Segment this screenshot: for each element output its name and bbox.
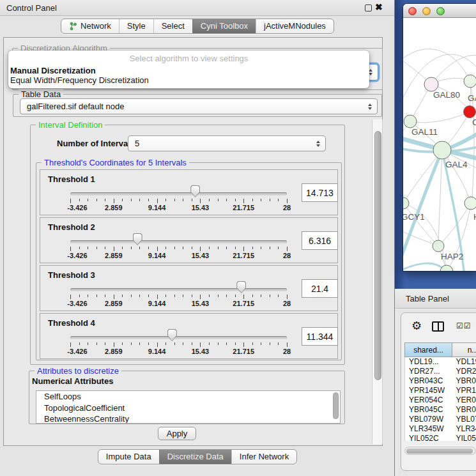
- tab-jactivemnodules[interactable]: jActiveMNodules: [256, 19, 334, 33]
- table-row[interactable]: YPR145WYPR14: [405, 386, 476, 395]
- gear-icon[interactable]: ⚙: [411, 319, 422, 333]
- table-cell-shared-name[interactable]: YER054C: [405, 395, 452, 405]
- tick-mark: [122, 247, 123, 249]
- threshold-slider-track[interactable]: [70, 240, 287, 243]
- tick-mark: [114, 295, 114, 299]
- table-panel-titlebar: Table Panel: [395, 289, 476, 309]
- table-row[interactable]: YIL052CYIL05: [405, 434, 476, 441]
- table-cell-shared-name[interactable]: YIL052C: [405, 434, 452, 441]
- close-traffic-light-icon[interactable]: [408, 7, 417, 15]
- threshold-value-field[interactable]: 11.344: [302, 327, 338, 346]
- table-cell-shared-name[interactable]: YPR145W: [405, 386, 452, 395]
- number-of-intervals-combobox[interactable]: 5: [128, 135, 326, 151]
- table-cell-name[interactable]: YIL05: [452, 434, 476, 441]
- tab-impute-data[interactable]: Impute Data: [98, 450, 159, 464]
- table-row[interactable]: YLR345WYLR34: [405, 424, 476, 434]
- minimize-traffic-light-icon[interactable]: [422, 7, 431, 15]
- columns-icon[interactable]: [432, 321, 444, 332]
- attributes-list-scrollbar[interactable]: [333, 392, 339, 422]
- table-cell-name[interactable]: YBR04: [452, 405, 476, 415]
- threshold-value-field[interactable]: 21.4: [302, 279, 338, 298]
- attribute-list-item[interactable]: SelfLoops: [36, 391, 340, 403]
- tab-cyni-toolbox[interactable]: Cyni Toolbox: [192, 19, 256, 33]
- zoom-traffic-light-icon[interactable]: [436, 7, 445, 15]
- tick-mark: [131, 342, 132, 345]
- attribute-list-item[interactable]: TopologicalCoefficient: [36, 403, 340, 414]
- algorithm-placeholder-item[interactable]: Select algorithm to view settings: [8, 54, 369, 65]
- algorithm-option[interactable]: Equal Width/Frequency Discretization: [8, 75, 369, 84]
- table-cell-name[interactable]: YLR34: [452, 424, 476, 434]
- network-node[interactable]: [440, 265, 453, 271]
- threshold-slider-thumb[interactable]: [190, 185, 200, 197]
- float-window-icon[interactable]: [365, 4, 372, 12]
- network-node[interactable]: [433, 240, 444, 252]
- threshold-slider-thumb[interactable]: [133, 233, 142, 245]
- threshold-value-field[interactable]: 14.713: [302, 183, 338, 202]
- tick-label: 2.859: [105, 300, 123, 307]
- table-cell-shared-name[interactable]: YBR043C: [405, 376, 452, 386]
- table-cell-shared-name[interactable]: YBR045C: [405, 405, 452, 415]
- tick-mark: [79, 295, 80, 297]
- table-row[interactable]: YDR27...YDR27: [405, 367, 476, 376]
- table-cell-name[interactable]: YDL19: [452, 357, 476, 367]
- table-cell-name[interactable]: YER05: [452, 395, 476, 405]
- network-node[interactable]: [404, 115, 417, 128]
- tab-style[interactable]: Style: [119, 19, 153, 33]
- network-node[interactable]: [464, 75, 476, 88]
- network-node[interactable]: [464, 197, 476, 210]
- table-data-combobox[interactable]: galFiltered.sif default node: [20, 98, 378, 114]
- tab-discretize-data[interactable]: Discretize Data: [159, 450, 231, 464]
- settings-scrollbar[interactable]: [372, 119, 383, 444]
- tick-mark: [218, 199, 219, 201]
- tick-mark: [209, 295, 210, 297]
- table-cell-name[interactable]: YBL07: [452, 415, 476, 424]
- tab-infer-network[interactable]: Infer Network: [231, 450, 296, 464]
- network-node[interactable]: [464, 106, 476, 118]
- table-header-shared-name[interactable]: shared...: [404, 342, 452, 357]
- table-hscrollbar-thumb[interactable]: [406, 449, 473, 454]
- network-node[interactable]: [424, 77, 438, 91]
- network-canvas[interactable]: GAL80GALCGAL11GAL4GCY1HHAP2: [403, 18, 476, 271]
- attribute-list-item[interactable]: BetweennessCentrality: [36, 413, 340, 424]
- table-cell-name[interactable]: YDR27: [452, 367, 476, 376]
- slider-ticks: [70, 247, 287, 252]
- threshold-slider-track[interactable]: [70, 336, 287, 339]
- tick-mark: [243, 247, 244, 251]
- tick-mark: [209, 199, 210, 201]
- close-window-icon[interactable]: ✖: [375, 2, 383, 12]
- table-horizontal-scrollbar[interactable]: [404, 447, 476, 455]
- tick-mark: [157, 342, 158, 347]
- table-cell-shared-name[interactable]: YDR27...: [405, 367, 452, 376]
- tab-network[interactable]: Network: [61, 19, 119, 33]
- network-node[interactable]: [433, 141, 451, 159]
- settings-scrollbar-thumb[interactable]: [374, 131, 381, 380]
- table-header-name[interactable]: n...: [452, 342, 476, 357]
- table-cell-shared-name[interactable]: YBL079W: [405, 415, 452, 424]
- tick-label: 2.859: [105, 204, 123, 211]
- checkbox-icons[interactable]: ☑☑: [456, 321, 472, 330]
- tick-mark: [252, 247, 253, 249]
- table-row[interactable]: YDL19...YDL19: [405, 357, 476, 367]
- table-row[interactable]: YBL079WYBL07: [405, 415, 476, 424]
- table-cell-name[interactable]: YBR04: [452, 376, 476, 386]
- table-cell-shared-name[interactable]: YLR345W: [405, 424, 452, 434]
- threshold-slider-thumb[interactable]: [236, 281, 246, 293]
- tick-mark: [261, 247, 261, 249]
- table-row[interactable]: YBR045CYBR04: [405, 405, 476, 415]
- network-edge: [403, 150, 442, 203]
- threshold-value-field[interactable]: 6.316: [302, 231, 338, 250]
- threshold-slider-track[interactable]: [70, 288, 287, 291]
- apply-button[interactable]: Apply: [158, 427, 196, 440]
- table-cell-shared-name[interactable]: YDL19...: [405, 357, 452, 367]
- table-row[interactable]: YBR043CYBR04: [405, 376, 476, 386]
- table-row[interactable]: YER054CYER05: [405, 395, 476, 405]
- algorithm-option[interactable]: Manual Discretization: [8, 65, 369, 75]
- threshold-slider-track[interactable]: [70, 192, 287, 196]
- table-cell-name[interactable]: YPR14: [452, 386, 476, 395]
- tick-mark: [88, 342, 88, 345]
- tick-mark: [88, 199, 88, 201]
- threshold-slider-thumb[interactable]: [167, 329, 177, 341]
- tick-mark: [287, 199, 288, 203]
- tab-select[interactable]: Select: [153, 19, 192, 33]
- network-node[interactable]: [403, 197, 409, 209]
